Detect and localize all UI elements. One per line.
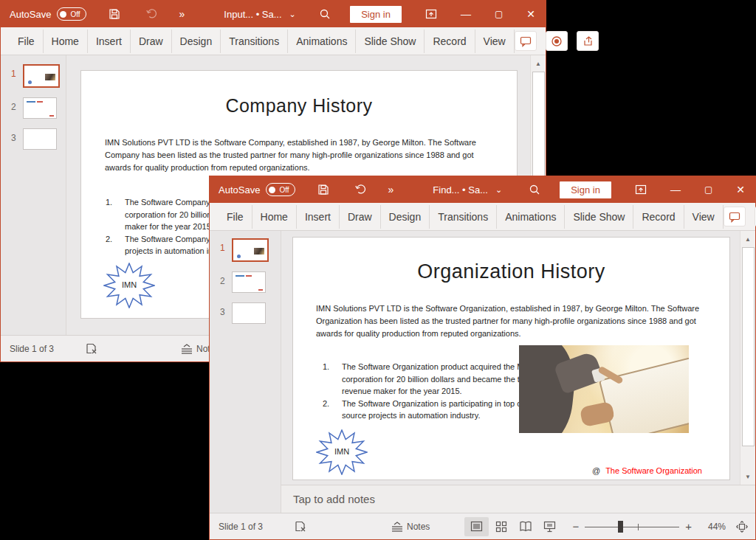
thumbnail-slide-3[interactable]: 3 bbox=[220, 302, 281, 324]
tab-animations[interactable]: Animations bbox=[497, 205, 565, 229]
normal-view-button[interactable] bbox=[464, 517, 489, 536]
tab-file[interactable]: File bbox=[219, 205, 252, 229]
spell-check-icon[interactable] bbox=[294, 520, 306, 533]
tab-slide-show[interactable]: Slide Show bbox=[565, 205, 633, 229]
ribbon-display-options-icon[interactable] bbox=[425, 8, 437, 20]
tab-record[interactable]: Record bbox=[425, 30, 475, 53]
notes-label: Notes bbox=[407, 522, 430, 532]
scroll-up-icon[interactable]: ▲ bbox=[740, 232, 755, 246]
thumbnail-slide-1[interactable]: 1 bbox=[220, 238, 281, 262]
sign-in-button[interactable]: Sign in bbox=[350, 6, 402, 23]
ribbon-display-options-icon[interactable] bbox=[635, 184, 647, 195]
thumb-footer-mark bbox=[258, 289, 263, 291]
maximize-button[interactable]: ▢ bbox=[704, 184, 712, 195]
thumb-title-bars bbox=[236, 275, 265, 277]
thumbnail-slide-1[interactable]: 1 bbox=[11, 64, 66, 88]
thumbnail-number: 3 bbox=[11, 128, 23, 143]
undo-icon[interactable] bbox=[354, 184, 366, 195]
tab-record[interactable]: Record bbox=[633, 205, 684, 229]
ribbon-overflow-chevron[interactable]: » bbox=[388, 184, 395, 195]
star-label: IMN bbox=[316, 447, 368, 456]
thumb-star bbox=[28, 80, 32, 84]
save-icon[interactable] bbox=[317, 184, 329, 195]
ribbon-overflow-chevron[interactable]: » bbox=[179, 8, 186, 20]
slide-thumbnail-panel: 1 2 bbox=[1, 55, 66, 335]
document-title[interactable]: Input... • Sa... bbox=[224, 9, 281, 20]
tab-view[interactable]: View bbox=[475, 30, 515, 53]
notes-pane[interactable]: Tap to add notes bbox=[281, 485, 755, 513]
save-icon[interactable] bbox=[109, 8, 120, 20]
zoom-out-button[interactable]: − bbox=[572, 520, 579, 533]
desktop: AutoSave Off » Input... • Sa... ⌄ bbox=[0, 0, 756, 540]
title-dropdown-chevron[interactable]: ⌄ bbox=[495, 185, 502, 195]
slide-title[interactable]: Company History bbox=[81, 95, 517, 117]
ribbon-tab-bar: File Home Insert Draw Design Transitions… bbox=[210, 203, 755, 231]
sign-in-button[interactable]: Sign in bbox=[560, 181, 611, 198]
thumbnail-slide-3[interactable]: 3 bbox=[11, 128, 66, 150]
maximize-button[interactable]: ▢ bbox=[495, 9, 503, 19]
slide-canvas[interactable]: Organization History IMN Solutions PVT L… bbox=[292, 237, 730, 480]
tab-animations[interactable]: Animations bbox=[288, 30, 356, 53]
tab-view[interactable]: View bbox=[684, 205, 724, 229]
slide-thumbnail bbox=[23, 64, 60, 88]
thumbnail-number: 2 bbox=[220, 271, 232, 286]
thumbnail-number: 2 bbox=[11, 97, 23, 112]
notes-toggle[interactable]: Notes bbox=[391, 522, 430, 532]
tab-home[interactable]: Home bbox=[44, 30, 88, 53]
thumbnail-slide-2[interactable]: 2 bbox=[11, 97, 66, 119]
search-icon[interactable] bbox=[529, 184, 540, 195]
tab-file[interactable]: File bbox=[10, 30, 44, 53]
tab-transitions[interactable]: Transitions bbox=[430, 205, 497, 229]
tab-draw[interactable]: Draw bbox=[131, 30, 172, 53]
tab-design[interactable]: Design bbox=[381, 205, 430, 229]
search-icon[interactable] bbox=[319, 8, 331, 20]
autosave-toggle[interactable]: Off bbox=[57, 7, 86, 21]
photo-tablet-shape bbox=[599, 350, 689, 433]
document-title[interactable]: Find... • Sa... bbox=[433, 184, 488, 195]
scroll-down-icon[interactable]: ▼ bbox=[740, 470, 755, 483]
tab-transitions[interactable]: Transitions bbox=[221, 30, 288, 53]
tab-draw[interactable]: Draw bbox=[340, 205, 381, 229]
zoom-in-button[interactable]: + bbox=[685, 520, 692, 533]
scrollbar-thumb[interactable] bbox=[742, 247, 755, 446]
minimize-button[interactable]: — bbox=[461, 8, 471, 20]
ribbon-right-buttons: › bbox=[724, 207, 756, 226]
star-shape[interactable]: IMN bbox=[316, 429, 368, 475]
star-shape[interactable]: IMN bbox=[103, 263, 155, 308]
tab-slide-show[interactable]: Slide Show bbox=[356, 30, 425, 53]
slideshow-view-button[interactable] bbox=[537, 517, 562, 536]
zoom-slider-thumb[interactable] bbox=[618, 521, 623, 533]
zoom-level[interactable]: 44% bbox=[702, 522, 726, 532]
reading-view-button[interactable] bbox=[513, 517, 537, 536]
slide-body-text[interactable]: IMN Solutions PVT LTD is the Software Co… bbox=[105, 136, 498, 174]
minimize-button[interactable]: — bbox=[670, 184, 681, 195]
fit-slide-to-window-button[interactable] bbox=[736, 521, 748, 533]
record-button[interactable] bbox=[546, 31, 568, 51]
powerpoint-window-front: AutoSave Off » Find... • Sa... ⌄ bbox=[209, 176, 756, 540]
tab-home[interactable]: Home bbox=[252, 205, 297, 229]
slide-thumbnail bbox=[23, 97, 57, 119]
comments-button[interactable] bbox=[724, 207, 746, 226]
slide-footer[interactable]: @ The Software Organization bbox=[592, 466, 702, 475]
title-dropdown-chevron[interactable]: ⌄ bbox=[289, 10, 296, 19]
close-button[interactable]: ✕ bbox=[736, 184, 745, 195]
slide-sorter-view-button[interactable] bbox=[489, 517, 513, 536]
share-button[interactable] bbox=[577, 31, 599, 51]
slide-body-text[interactable]: IMN Solutions PVT LTD is the Software Or… bbox=[316, 302, 713, 340]
undo-icon[interactable] bbox=[145, 8, 157, 20]
comments-button[interactable] bbox=[515, 31, 537, 51]
close-button[interactable]: ✕ bbox=[526, 8, 535, 20]
vertical-scrollbar[interactable]: ▲ ▼ bbox=[740, 231, 755, 485]
spell-check-icon[interactable] bbox=[85, 342, 97, 355]
slide-title[interactable]: Organization History bbox=[293, 260, 729, 283]
slide-photo-tablet-hands[interactable] bbox=[519, 345, 689, 433]
title-bar: AutoSave Off » Find... • Sa... ⌄ bbox=[210, 176, 755, 203]
zoom-slider[interactable] bbox=[585, 521, 679, 533]
thumbnail-slide-2[interactable]: 2 bbox=[220, 271, 281, 293]
scroll-up-icon[interactable]: ▲ bbox=[531, 57, 546, 70]
autosave-toggle[interactable]: Off bbox=[266, 183, 295, 196]
tab-design[interactable]: Design bbox=[172, 30, 221, 53]
footer-text: The Software Organization bbox=[605, 466, 702, 475]
tab-insert[interactable]: Insert bbox=[297, 205, 340, 229]
tab-insert[interactable]: Insert bbox=[88, 30, 131, 53]
